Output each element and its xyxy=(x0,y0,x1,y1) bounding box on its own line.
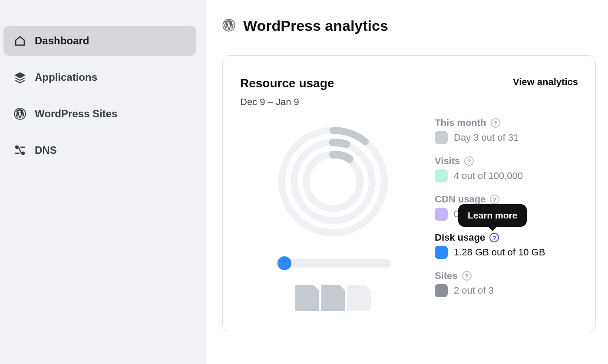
help-icon[interactable]: ? xyxy=(489,233,499,242)
metric-value: Day 3 out of 31 xyxy=(454,132,519,143)
metric-value: 1.28 GB out of 10 GB xyxy=(454,247,545,258)
sidebar-item-label: WordPress Sites xyxy=(35,108,117,120)
layers-icon xyxy=(14,71,26,83)
metric-label-text: Visits xyxy=(435,156,460,167)
sidebar: Dashboard Applications WordPress Sites D… xyxy=(0,0,207,364)
metric-disk: Learn more Disk usage ? 1.28 GB out of 1… xyxy=(435,232,578,259)
view-analytics-link[interactable]: View analytics xyxy=(513,76,578,88)
swatch-dark xyxy=(435,284,448,297)
metric-value: 2 out of 3 xyxy=(454,285,494,296)
svg-point-7 xyxy=(306,155,360,208)
help-icon[interactable]: ? xyxy=(491,118,500,128)
metric-label-text: Sites xyxy=(435,270,458,281)
help-icon[interactable]: ? xyxy=(462,271,472,281)
metric-value: 4 out of 100,000 xyxy=(454,170,523,182)
help-icon[interactable]: ? xyxy=(464,156,474,166)
site-tile xyxy=(295,285,319,311)
metric-this-month: This month ? Day 3 out of 31 xyxy=(435,117,578,144)
sidebar-item-label: Applications xyxy=(35,71,97,83)
sidebar-item-label: DNS xyxy=(35,144,57,156)
dns-icon xyxy=(14,144,26,156)
chart-visuals xyxy=(240,113,426,311)
home-icon xyxy=(14,35,26,47)
card-title: Resource usage xyxy=(240,76,334,90)
swatch-purple xyxy=(435,208,448,221)
date-range: Dec 9 – Jan 9 xyxy=(240,96,578,108)
page-header: WordPress analytics xyxy=(222,17,596,34)
resource-usage-card: Resource usage View analytics Dec 9 – Ja… xyxy=(222,55,596,332)
radial-chart xyxy=(277,125,390,238)
sidebar-item-wordpress-sites[interactable]: WordPress Sites xyxy=(3,99,196,129)
learn-more-tooltip[interactable]: Learn more xyxy=(458,204,527,227)
site-tile xyxy=(321,285,345,311)
help-icon[interactable]: ? xyxy=(490,195,499,204)
disk-usage-thumb xyxy=(278,256,291,270)
sidebar-item-dashboard[interactable]: Dashboard xyxy=(3,26,196,56)
wordpress-icon xyxy=(14,108,26,120)
page-title: WordPress analytics xyxy=(243,17,388,34)
sidebar-item-applications[interactable]: Applications xyxy=(3,63,196,92)
sites-tiles xyxy=(295,285,371,311)
legend: This month ? Day 3 out of 31 Visits ? xyxy=(435,113,578,311)
main-content: WordPress analytics Resource usage View … xyxy=(207,0,608,364)
site-tile-empty xyxy=(347,285,371,311)
swatch-teal xyxy=(435,169,448,182)
swatch-blue xyxy=(435,246,448,259)
disk-usage-bar xyxy=(275,259,391,268)
sidebar-item-dns[interactable]: DNS xyxy=(3,136,196,165)
swatch-grey xyxy=(435,131,448,144)
metric-sites: Sites ? 2 out of 3 xyxy=(435,270,578,297)
wordpress-icon xyxy=(222,19,235,33)
metric-label-text: This month xyxy=(435,117,486,129)
sidebar-item-label: Dashboard xyxy=(35,35,89,47)
metric-visits: Visits ? 4 out of 100,000 xyxy=(435,156,578,182)
metric-label-text: CDN usage xyxy=(435,194,486,205)
metric-label-text: Disk usage xyxy=(435,232,485,243)
